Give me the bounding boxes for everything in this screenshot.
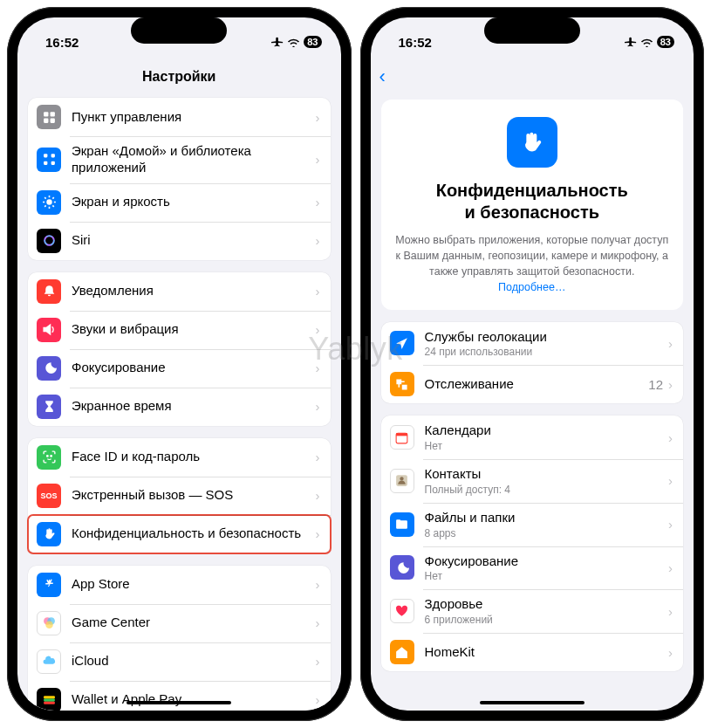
chevron-right-icon: › xyxy=(668,377,673,392)
row-sublabel: 8 apps xyxy=(425,527,664,539)
moon-icon xyxy=(390,555,414,580)
row-label: Экстренный вызов — SOS xyxy=(72,487,311,504)
row-label: Службы геолокации xyxy=(425,329,664,346)
row-value: 12 xyxy=(648,377,663,392)
row-sublabel: Нет xyxy=(425,440,664,452)
chevron-right-icon: › xyxy=(668,517,673,532)
row-label: Звуки и вибрация xyxy=(72,321,311,338)
page-title: Настройки xyxy=(142,69,215,85)
chevron-right-icon: › xyxy=(316,450,320,464)
row-screen-time[interactable]: Экранное время › xyxy=(28,388,331,426)
row-sounds[interactable]: Звуки и вибрация › xyxy=(28,311,331,349)
home-icon xyxy=(390,640,414,664)
svg-rect-3 xyxy=(50,118,54,122)
row-label: Face ID и код-пароль xyxy=(72,449,311,465)
row-privacy[interactable]: Конфиденциальность и безопасность › xyxy=(28,515,331,553)
home-indicator[interactable] xyxy=(126,701,231,704)
row-focus[interactable]: Фокусирование › xyxy=(28,349,331,388)
wifi-icon xyxy=(640,38,653,47)
home-indicator[interactable] xyxy=(480,701,585,704)
row-label: Фокусирование xyxy=(425,553,664,570)
row-focus-privacy[interactable]: Фокусирование Нет › xyxy=(381,546,684,590)
learn-more-link[interactable]: Подробнее… xyxy=(498,281,565,293)
row-label: App Store xyxy=(72,576,311,593)
phone-left: 16:52 83 Настройки Пункт управления › Эк… xyxy=(7,7,352,721)
row-contacts[interactable]: Контакты Полный доступ: 4 › xyxy=(381,459,684,503)
svg-rect-27 xyxy=(397,380,400,383)
row-game-center[interactable]: Game Center › xyxy=(28,604,331,642)
row-calendars[interactable]: Календари Нет › xyxy=(381,416,684,459)
row-app-store[interactable]: App Store › xyxy=(28,566,331,604)
folder-icon xyxy=(390,512,414,537)
row-label: iCloud xyxy=(72,653,311,670)
phone-right: 16:52 83 ‹ Конфиденциальность и безопасн… xyxy=(360,7,705,721)
row-sublabel: 24 при использовании xyxy=(425,346,664,358)
icloud-icon xyxy=(37,649,61,674)
row-notifications[interactable]: Уведомления › xyxy=(28,272,331,311)
chevron-right-icon: › xyxy=(668,645,673,660)
svg-point-19 xyxy=(46,456,47,457)
chevron-right-icon: › xyxy=(316,322,320,337)
heart-icon xyxy=(390,599,414,623)
chevron-right-icon: › xyxy=(668,604,673,619)
hero-title: Конфиденциальность и безопасность xyxy=(395,180,670,223)
svg-point-20 xyxy=(50,456,51,457)
tracking-icon xyxy=(390,372,414,396)
chevron-right-icon: › xyxy=(316,110,320,125)
settings-group-1: Пункт управления › Экран «Домой» и библи… xyxy=(28,98,331,260)
settings-group-3: Face ID и код-пароль › SOS Экстренный вы… xyxy=(28,438,331,553)
row-files[interactable]: Файлы и папки 8 apps › xyxy=(381,503,684,546)
app-store-icon xyxy=(37,573,61,597)
row-location-services[interactable]: Службы геолокации 24 при использовании › xyxy=(381,322,684,366)
face-id-icon xyxy=(37,445,61,470)
row-control-center[interactable]: Пункт управления › xyxy=(28,98,331,136)
privacy-group-1: Службы геолокации 24 при использовании ›… xyxy=(381,322,684,404)
battery-indicator: 83 xyxy=(657,36,674,48)
row-homekit[interactable]: HomeKit › xyxy=(381,633,684,671)
status-indicators: 83 xyxy=(271,36,321,48)
control-center-icon xyxy=(37,105,61,129)
row-health[interactable]: Здоровье 6 приложений › xyxy=(381,589,684,633)
battery-indicator: 83 xyxy=(304,36,321,48)
contacts-icon xyxy=(390,469,414,493)
svg-rect-7 xyxy=(51,161,54,165)
row-tracking[interactable]: Отслеживание 12 › xyxy=(381,365,684,403)
row-siri[interactable]: Siri › xyxy=(28,222,331,260)
chevron-right-icon: › xyxy=(668,430,673,445)
chevron-right-icon: › xyxy=(316,577,320,592)
chevron-right-icon: › xyxy=(668,473,673,488)
svg-rect-28 xyxy=(403,385,407,388)
moon-icon xyxy=(37,356,61,381)
row-display[interactable]: Экран и яркость › xyxy=(28,183,331,222)
chevron-right-icon: › xyxy=(316,399,320,414)
game-center-icon xyxy=(37,611,61,635)
row-label: Конфиденциальность и безопасность xyxy=(72,525,311,542)
chevron-right-icon: › xyxy=(316,615,320,630)
home-screen-icon xyxy=(37,148,61,172)
chevron-right-icon: › xyxy=(316,195,320,209)
svg-rect-0 xyxy=(44,112,48,116)
chevron-right-icon: › xyxy=(316,284,320,299)
svg-line-15 xyxy=(44,205,45,206)
bell-icon xyxy=(37,279,61,304)
svg-rect-2 xyxy=(44,118,48,122)
chevron-right-icon: › xyxy=(316,488,320,503)
row-face-id[interactable]: Face ID и код-пароль › xyxy=(28,438,331,477)
svg-rect-24 xyxy=(44,696,55,698)
svg-rect-26 xyxy=(44,702,55,704)
row-wallet[interactable]: Wallet и Apple Pay › xyxy=(28,681,331,711)
row-sos[interactable]: SOS Экстренный вызов — SOS › xyxy=(28,477,331,515)
row-icloud[interactable]: iCloud › xyxy=(28,642,331,681)
row-label: Календари xyxy=(425,422,664,439)
dynamic-island xyxy=(131,17,227,44)
privacy-hero: Конфиденциальность и безопасность Можно … xyxy=(381,100,684,310)
row-label: Siri xyxy=(72,232,311,249)
row-label: Здоровье xyxy=(425,596,664,613)
hourglass-icon xyxy=(37,395,61,419)
row-home-screen[interactable]: Экран «Домой» и библиотека приложений › xyxy=(28,136,331,183)
brightness-icon xyxy=(37,190,61,215)
wifi-icon xyxy=(287,38,300,47)
back-button[interactable]: ‹ xyxy=(379,65,386,88)
chevron-right-icon: › xyxy=(316,526,320,541)
row-label: Фокусирование xyxy=(72,360,311,376)
